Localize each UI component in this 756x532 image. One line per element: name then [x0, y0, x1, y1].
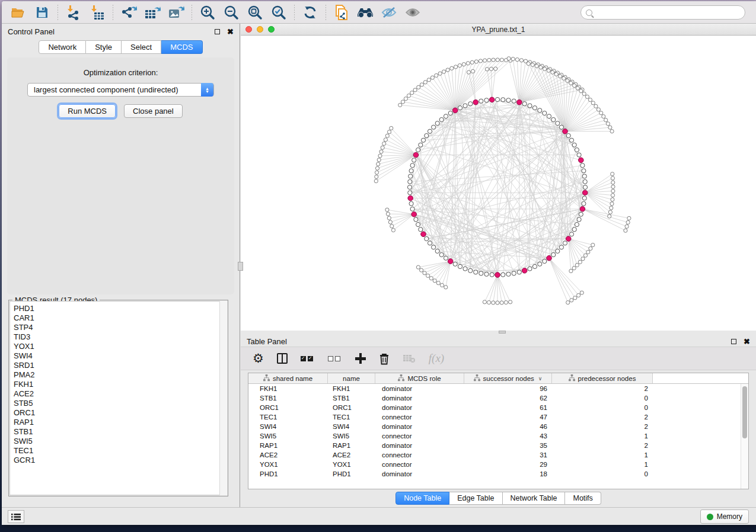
cell[interactable]: dominator	[375, 422, 464, 431]
search-input[interactable]	[596, 8, 745, 17]
table-settings-icon[interactable]: ⚙	[253, 352, 264, 364]
import-table-icon[interactable]	[85, 3, 109, 22]
table-row[interactable]: YOX1YOX1connector291	[248, 460, 748, 469]
tab-mcds[interactable]: MCDS	[161, 40, 202, 54]
cell[interactable]: YOX1	[248, 460, 328, 469]
zoom-fit-icon[interactable]	[243, 3, 267, 22]
result-item[interactable]: CAR1	[14, 313, 227, 323]
cell[interactable]: connector	[375, 450, 464, 460]
cell[interactable]: RAP1	[248, 441, 328, 450]
refresh-layout-icon[interactable]	[298, 3, 322, 22]
result-scrollbar[interactable]	[219, 301, 227, 495]
close-table-panel-icon[interactable]: ✖	[744, 339, 750, 344]
result-item[interactable]: STB1	[14, 427, 227, 437]
import-network-icon[interactable]	[62, 3, 85, 22]
tab-network[interactable]: Network	[39, 40, 86, 54]
zoom-out-icon[interactable]	[219, 3, 243, 22]
cell[interactable]: PHD1	[248, 469, 328, 479]
cell[interactable]: 2	[552, 384, 653, 393]
cell[interactable]: connector	[375, 431, 464, 441]
result-item[interactable]: STP4	[14, 323, 227, 332]
table-scrollbar[interactable]	[741, 384, 748, 489]
tab-network-table[interactable]: Network Table	[503, 492, 566, 505]
cell[interactable]: 0	[552, 469, 653, 479]
cell[interactable]: 43	[464, 431, 552, 441]
column-header-name[interactable]: name	[328, 373, 375, 383]
result-item[interactable]: FKH1	[14, 380, 227, 389]
tab-style[interactable]: Style	[86, 40, 122, 54]
result-item[interactable]: SWI5	[14, 437, 227, 446]
tab-edge-table[interactable]: Edge Table	[449, 492, 502, 505]
cell[interactable]: 61	[464, 403, 552, 412]
result-item[interactable]: TID3	[14, 332, 227, 342]
network-canvas[interactable]	[241, 36, 756, 331]
cell[interactable]: ORC1	[328, 403, 375, 412]
select-all-columns-icon[interactable]	[301, 356, 315, 361]
task-history-button[interactable]	[8, 510, 24, 523]
tab-motifs[interactable]: Motifs	[565, 492, 601, 505]
cell[interactable]: SWI5	[248, 431, 328, 441]
cell[interactable]: ACE2	[248, 450, 328, 460]
delete-column-icon[interactable]	[379, 352, 390, 365]
cell[interactable]: 18	[464, 469, 552, 479]
float-panel-icon[interactable]	[215, 29, 220, 34]
table-row[interactable]: ACE2ACE2connector311	[248, 450, 748, 460]
result-item[interactable]: RAP1	[14, 418, 227, 427]
close-panel-button[interactable]: Close panel	[124, 104, 183, 118]
table-scrollbar-thumb[interactable]	[742, 386, 747, 438]
cell[interactable]: 35	[464, 441, 552, 450]
cell[interactable]: FKH1	[328, 384, 375, 393]
vertical-splitter-grip[interactable]	[238, 262, 243, 271]
table-row[interactable]: RAP1RAP1dominator352	[248, 441, 748, 450]
cell[interactable]: SWI4	[248, 422, 328, 431]
cell[interactable]: 29	[464, 460, 552, 469]
result-item[interactable]: ORC1	[14, 408, 227, 418]
memory-button[interactable]: Memory	[700, 509, 749, 524]
mcds-result-list[interactable]: PHD1CAR1STP4TID3YOX1SWI4SRD1PMA2FKH1ACE2…	[9, 301, 227, 495]
save-session-icon[interactable]	[30, 3, 54, 22]
cell[interactable]: STB1	[328, 393, 375, 403]
table-row[interactable]: STB1STB1dominator620	[248, 393, 748, 403]
result-item[interactable]: SRD1	[14, 361, 227, 370]
cell[interactable]: dominator	[375, 384, 464, 393]
cell[interactable]: 0	[552, 393, 653, 403]
float-table-panel-icon[interactable]	[731, 339, 736, 344]
tab-select[interactable]: Select	[122, 40, 161, 54]
tab-node-table[interactable]: Node Table	[395, 492, 449, 505]
deselect-all-columns-icon[interactable]	[328, 356, 342, 361]
cell[interactable]: 1	[552, 431, 653, 441]
cell[interactable]: ORC1	[248, 403, 328, 412]
column-pane-icon[interactable]	[277, 353, 288, 364]
open-file-icon[interactable]	[7, 3, 30, 22]
first-neighbors-icon[interactable]	[353, 3, 377, 22]
cell[interactable]: 46	[464, 422, 552, 431]
export-image-icon[interactable]	[164, 3, 188, 22]
cell[interactable]: PHD1	[328, 469, 375, 479]
cell[interactable]: dominator	[375, 469, 464, 479]
cell[interactable]: 47	[464, 412, 552, 422]
zoom-selected-icon[interactable]	[267, 3, 291, 22]
export-network-icon[interactable]	[117, 3, 141, 22]
table-row[interactable]: ORC1ORC1dominator610	[248, 403, 748, 412]
cell[interactable]: 96	[464, 384, 552, 393]
cell[interactable]: 62	[464, 393, 552, 403]
result-item[interactable]: PHD1	[14, 304, 227, 313]
result-item[interactable]: TEC1	[14, 446, 227, 456]
hide-selected-icon[interactable]	[377, 3, 401, 22]
result-item[interactable]: PMA2	[14, 370, 227, 380]
result-item[interactable]: STB5	[14, 399, 227, 408]
cell[interactable]: 2	[552, 441, 653, 450]
cell[interactable]: dominator	[375, 441, 464, 450]
cell[interactable]: 1	[552, 460, 653, 469]
table-row[interactable]: FKH1FKH1dominator962	[248, 384, 748, 393]
cell[interactable]: 2	[552, 412, 653, 422]
table-row[interactable]: SWI4SWI4dominator462	[248, 422, 748, 431]
cell[interactable]: connector	[375, 412, 464, 422]
result-item[interactable]: YOX1	[14, 342, 227, 351]
result-item[interactable]: ACE2	[14, 389, 227, 399]
search-box[interactable]	[580, 5, 745, 20]
cell[interactable]: dominator	[375, 403, 464, 412]
show-all-icon[interactable]	[401, 3, 425, 22]
column-header-shared-name[interactable]: shared name	[248, 373, 328, 383]
cell[interactable]: RAP1	[328, 441, 375, 450]
